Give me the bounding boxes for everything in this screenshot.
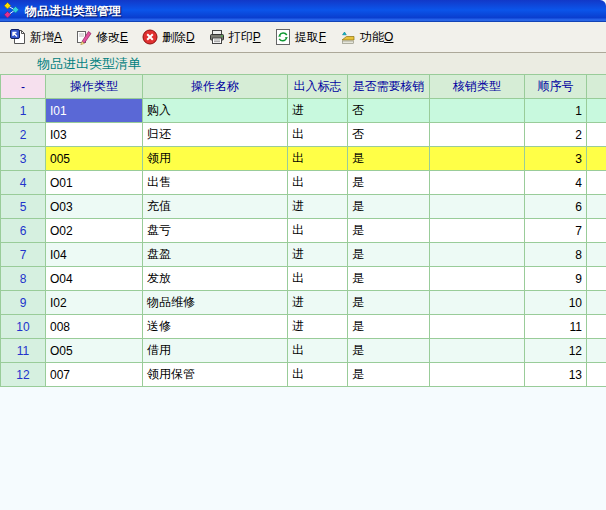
operation-type-cell[interactable]: 005 [46,147,143,171]
row-number-cell[interactable]: 8 [1,267,46,291]
extract-button[interactable]: 提取F [269,24,332,50]
row-number-cell[interactable]: 3 [1,147,46,171]
delete-button[interactable]: 删除D [136,24,201,50]
function-button[interactable]: 功能O [334,24,399,50]
table-row[interactable]: 8O04发放出是9 [1,267,606,291]
operation-name-cell[interactable]: 盘盈 [143,243,288,267]
inout-flag-cell[interactable]: 出 [288,363,348,387]
table-row[interactable]: 6O02盘亏出是7 [1,219,606,243]
operation-type-cell[interactable]: O02 [46,219,143,243]
need-verify-cell[interactable]: 是 [348,243,430,267]
operation-name-cell[interactable]: 充值 [143,195,288,219]
inout-flag-cell[interactable]: 出 [288,123,348,147]
operation-type-cell[interactable]: O01 [46,171,143,195]
inout-flag-cell[interactable]: 出 [288,171,348,195]
header-operation-name[interactable]: 操作名称 [143,75,288,99]
operation-type-cell[interactable]: I01 [46,99,143,123]
need-verify-cell[interactable]: 是 [348,267,430,291]
operation-type-cell[interactable]: 007 [46,363,143,387]
operation-type-cell[interactable]: I03 [46,123,143,147]
table-row[interactable]: 7I04盘盈进是8 [1,243,606,267]
need-verify-cell[interactable]: 是 [348,171,430,195]
order-number-cell[interactable]: 9 [525,267,587,291]
need-verify-cell[interactable]: 是 [348,315,430,339]
inout-flag-cell[interactable]: 进 [288,315,348,339]
operation-type-cell[interactable]: 008 [46,315,143,339]
table-row[interactable]: 3005领用出是3 [1,147,606,171]
order-number-cell[interactable]: 11 [525,315,587,339]
operation-type-cell[interactable]: O05 [46,339,143,363]
operation-name-cell[interactable]: 发放 [143,267,288,291]
print-button[interactable]: 打印P [203,24,267,50]
table-row[interactable]: 12007领用保管出是13 [1,363,606,387]
inout-flag-cell[interactable]: 进 [288,99,348,123]
verify-type-cell[interactable] [430,363,525,387]
add-button[interactable]: 新增A [4,24,68,50]
order-number-cell[interactable]: 10 [525,291,587,315]
need-verify-cell[interactable]: 是 [348,291,430,315]
operation-name-cell[interactable]: 盘亏 [143,219,288,243]
verify-type-cell[interactable] [430,123,525,147]
need-verify-cell[interactable]: 是 [348,219,430,243]
operation-type-cell[interactable]: I02 [46,291,143,315]
operation-name-cell[interactable]: 借用 [143,339,288,363]
row-number-cell[interactable]: 4 [1,171,46,195]
row-number-cell[interactable]: 10 [1,315,46,339]
operation-type-cell[interactable]: I04 [46,243,143,267]
order-number-cell[interactable]: 6 [525,195,587,219]
header-operation-type[interactable]: 操作类型 [46,75,143,99]
inout-flag-cell[interactable]: 进 [288,291,348,315]
operation-type-cell[interactable]: O04 [46,267,143,291]
need-verify-cell[interactable]: 是 [348,339,430,363]
order-number-cell[interactable]: 12 [525,339,587,363]
inout-flag-cell[interactable]: 出 [288,219,348,243]
operation-name-cell[interactable]: 领用保管 [143,363,288,387]
table-row[interactable]: 1I01购入进否1 [1,99,606,123]
inout-flag-cell[interactable]: 出 [288,147,348,171]
verify-type-cell[interactable] [430,219,525,243]
need-verify-cell[interactable]: 是 [348,363,430,387]
row-number-cell[interactable]: 9 [1,291,46,315]
header-verify-type[interactable]: 核销类型 [430,75,525,99]
row-number-cell[interactable]: 12 [1,363,46,387]
operation-name-cell[interactable]: 送修 [143,315,288,339]
operation-name-cell[interactable]: 出售 [143,171,288,195]
order-number-cell[interactable]: 8 [525,243,587,267]
operation-name-cell[interactable]: 物品维修 [143,291,288,315]
operation-name-cell[interactable]: 领用 [143,147,288,171]
inout-flag-cell[interactable]: 出 [288,339,348,363]
verify-type-cell[interactable] [430,195,525,219]
table-row[interactable]: 10008送修进是11 [1,315,606,339]
table-row[interactable]: 2I03归还出否2 [1,123,606,147]
need-verify-cell[interactable]: 是 [348,147,430,171]
verify-type-cell[interactable] [430,147,525,171]
header-inout-flag[interactable]: 出入标志 [288,75,348,99]
edit-button[interactable]: 修改E [70,24,134,50]
inout-flag-cell[interactable]: 进 [288,243,348,267]
operation-name-cell[interactable]: 购入 [143,99,288,123]
table-row[interactable]: 4O01出售出是4 [1,171,606,195]
table-row[interactable]: 5O03充值进是6 [1,195,606,219]
order-number-cell[interactable]: 1 [525,99,587,123]
table-row[interactable]: 11O05借用出是12 [1,339,606,363]
operation-type-cell[interactable]: O03 [46,195,143,219]
need-verify-cell[interactable]: 是 [348,195,430,219]
row-number-cell[interactable]: 11 [1,339,46,363]
row-number-cell[interactable]: 2 [1,123,46,147]
order-number-cell[interactable]: 3 [525,147,587,171]
need-verify-cell[interactable]: 否 [348,123,430,147]
header-need-verify[interactable]: 是否需要核销 [348,75,430,99]
row-number-cell[interactable]: 6 [1,219,46,243]
verify-type-cell[interactable] [430,339,525,363]
order-number-cell[interactable]: 2 [525,123,587,147]
header-order-number[interactable]: 顺序号 [525,75,587,99]
verify-type-cell[interactable] [430,243,525,267]
verify-type-cell[interactable] [430,99,525,123]
verify-type-cell[interactable] [430,291,525,315]
row-number-cell[interactable]: 1 [1,99,46,123]
verify-type-cell[interactable] [430,267,525,291]
row-number-cell[interactable]: 5 [1,195,46,219]
inout-flag-cell[interactable]: 进 [288,195,348,219]
order-number-cell[interactable]: 4 [525,171,587,195]
order-number-cell[interactable]: 13 [525,363,587,387]
